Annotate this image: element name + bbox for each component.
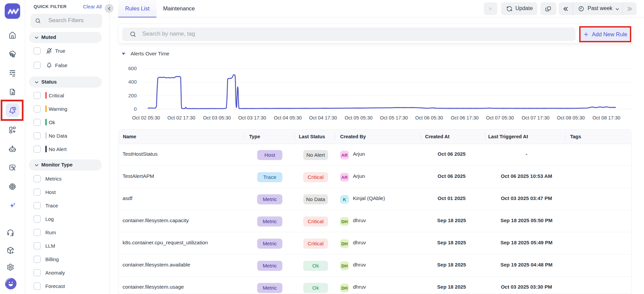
svg-text:Oct 06 17:30: Oct 06 17:30 [451, 115, 478, 120]
svg-text:Oct 03 05:30: Oct 03 05:30 [203, 115, 231, 120]
svg-text:Oct 02 05:30: Oct 02 05:30 [132, 115, 160, 120]
svg-text:Oct 05 17:30: Oct 05 17:30 [380, 115, 408, 120]
svg-text:Oct 04 17:30: Oct 04 17:30 [309, 115, 337, 120]
svg-text:Oct 03 17:30: Oct 03 17:30 [238, 115, 266, 120]
svg-text:Oct 07 05:30: Oct 07 05:30 [486, 115, 514, 120]
svg-text:600: 600 [128, 65, 137, 71]
svg-text:400: 400 [128, 79, 137, 85]
svg-text:Oct 04 05:30: Oct 04 05:30 [274, 115, 302, 120]
svg-text:Oct 07 17:30: Oct 07 17:30 [521, 115, 549, 120]
svg-text:0: 0 [134, 106, 137, 112]
svg-text:Oct 06 05:30: Oct 06 05:30 [415, 115, 443, 120]
svg-text:200: 200 [128, 93, 137, 98]
svg-text:Oct 05 05:30: Oct 05 05:30 [344, 115, 372, 120]
svg-text:Oct 08 05:30: Oct 08 05:30 [557, 115, 585, 120]
svg-text:Oct 02 17:30: Oct 02 17:30 [167, 115, 195, 120]
svg-text:Oct 08 17:30: Oct 08 17:30 [592, 115, 620, 120]
